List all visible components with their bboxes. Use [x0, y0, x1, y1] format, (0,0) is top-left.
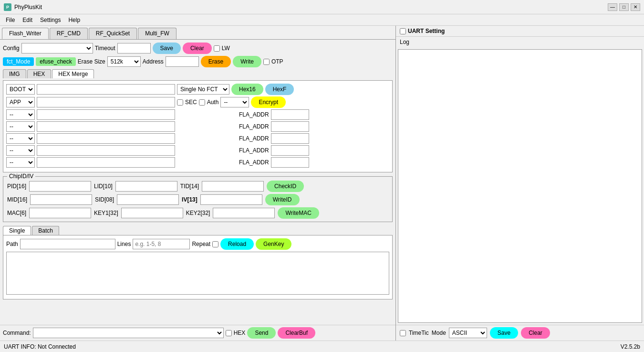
batch-path-row: Path Lines Repeat Reload GenKey: [6, 238, 389, 250]
hex-checkbox[interactable]: [226, 330, 232, 336]
otp-checkbox[interactable]: [263, 59, 270, 65]
maximize-btn[interactable]: □: [619, 3, 629, 11]
app-dropdown[interactable]: --: [220, 97, 249, 107]
repeat-checkbox[interactable]: [212, 241, 218, 247]
save-button[interactable]: Save: [153, 43, 181, 54]
command-label: Command:: [3, 330, 31, 336]
write-button[interactable]: Write: [233, 56, 261, 67]
app-path-input[interactable]: 2/example/peripheral/gpio/bin/gpio_demo.…: [37, 97, 175, 107]
menu-edit[interactable]: Edit: [19, 16, 36, 24]
fla1-type[interactable]: --: [6, 109, 35, 120]
hex-label: HEX: [234, 330, 246, 336]
tab-rf-cmd[interactable]: RF_CMD: [50, 28, 88, 39]
fla2-path[interactable]: [37, 121, 175, 132]
writemac-button[interactable]: WriteMAC: [278, 207, 319, 219]
sid-input[interactable]: [117, 194, 179, 205]
sub-tab-hex-merge[interactable]: HEX Merge: [52, 69, 94, 78]
fla4-value[interactable]: [271, 145, 309, 156]
menu-help[interactable]: Help: [64, 16, 84, 24]
chipid-row2: MID[16] SID[08] IV[13] WriteID: [7, 193, 388, 206]
key1-label: KEY1[32]: [94, 210, 118, 216]
lid-label: LID[10]: [94, 183, 113, 190]
lw-label: LW: [222, 45, 230, 52]
iv13-input[interactable]: [200, 194, 262, 205]
tab-flash-writer[interactable]: Flash_Writer: [2, 28, 49, 39]
app-type-select[interactable]: APP BOOT --: [6, 97, 35, 107]
erase-button[interactable]: Erase: [201, 56, 231, 67]
mid-input[interactable]: [30, 194, 92, 205]
fla-row-3: -- FLA_ADDR: [6, 133, 389, 144]
auth-checkbox[interactable]: [199, 99, 205, 106]
fla3-type[interactable]: --: [6, 133, 35, 144]
sid-label: SID[08]: [95, 196, 114, 203]
uart-enable-checkbox[interactable]: [400, 28, 406, 34]
fla2-type[interactable]: --: [6, 121, 35, 132]
mode-label: Mode: [432, 330, 446, 336]
batch-textarea[interactable]: [6, 252, 389, 295]
send-button[interactable]: Send: [247, 327, 276, 339]
checkid-button[interactable]: CheckID: [267, 181, 304, 192]
toolbar-row: Config Timeout 4000 Save Clear LW: [3, 43, 393, 54]
efuse-check-tag[interactable]: efuse_check: [36, 57, 75, 66]
command-input[interactable]: [33, 328, 224, 338]
boot-type-select[interactable]: BOOT APP --: [6, 84, 35, 95]
fla1-value[interactable]: [271, 109, 309, 120]
fla-row-5: -- FLA_ADDR: [6, 157, 389, 168]
fla3-label: FLA_ADDR: [239, 135, 269, 142]
fla4-path[interactable]: [37, 145, 175, 156]
tab-rf-quickset[interactable]: RF_QuickSet: [89, 28, 137, 39]
writeid-button[interactable]: WriteID: [265, 194, 300, 205]
address-label: Address: [143, 58, 164, 65]
key2-input[interactable]: [213, 208, 275, 218]
left-panel: Flash_Writer RF_CMD RF_QuickSet Multi_FW…: [0, 26, 396, 341]
fla1-path[interactable]: [37, 109, 175, 120]
uart-log-area: [398, 49, 642, 323]
mac-input[interactable]: [29, 208, 91, 218]
boot-path-input[interactable]: 2/example/OTA/OTA_internal_flash/bin/ota…: [37, 84, 175, 95]
fla5-type[interactable]: --: [6, 157, 35, 168]
uart-save-button[interactable]: Save: [490, 327, 518, 339]
fla5-path[interactable]: [37, 157, 175, 168]
mode-select[interactable]: ASCII HEX: [449, 328, 487, 338]
fct-mode-tag[interactable]: fct_Mode: [3, 57, 34, 66]
timeout-input[interactable]: 4000: [117, 43, 151, 53]
fla3-path[interactable]: [37, 133, 175, 144]
fla2-value[interactable]: [271, 121, 309, 132]
app-icon: P: [4, 3, 11, 11]
boot-mode-select[interactable]: Single No FCT Single FCT Dual: [177, 84, 229, 95]
tid-input[interactable]: [202, 181, 264, 192]
menu-file[interactable]: File: [2, 16, 19, 24]
key1-input[interactable]: [121, 208, 183, 218]
address-input[interactable]: [166, 56, 199, 67]
menu-settings[interactable]: Settings: [36, 16, 64, 24]
tab-batch[interactable]: Batch: [32, 226, 59, 235]
encrypt-button[interactable]: Encrypt: [251, 96, 286, 108]
fla4-type[interactable]: --: [6, 145, 35, 156]
batch-tabs: Single Batch: [3, 226, 393, 235]
tab-multi-fw[interactable]: Multi_FW: [138, 28, 177, 39]
lid-input[interactable]: [115, 181, 177, 192]
minimize-btn[interactable]: —: [608, 3, 617, 11]
lw-checkbox[interactable]: [214, 45, 220, 52]
sec-checkbox[interactable]: [177, 99, 183, 106]
lines-input[interactable]: [133, 239, 190, 249]
hexf-button[interactable]: HexF: [265, 84, 294, 95]
menu-bar: File Edit Settings Help: [0, 14, 644, 26]
clearbuf-button[interactable]: ClearBuf: [278, 327, 315, 339]
reload-button[interactable]: Reload: [220, 238, 254, 250]
fla3-value[interactable]: [271, 133, 309, 144]
hex16-button[interactable]: Hex16: [231, 84, 263, 95]
tab-single[interactable]: Single: [3, 226, 31, 235]
sub-tab-img[interactable]: IMG: [3, 69, 26, 78]
pid-input[interactable]: [29, 181, 91, 192]
time-tic-checkbox[interactable]: [400, 330, 406, 336]
sub-tab-hex[interactable]: HEX: [27, 69, 52, 78]
uart-clear-button[interactable]: Clear: [521, 327, 550, 339]
genkey-button[interactable]: GenKey: [256, 238, 291, 250]
path-input[interactable]: [20, 239, 115, 249]
config-select[interactable]: [21, 43, 93, 53]
clear-button[interactable]: Clear: [183, 43, 212, 54]
erase-size-select[interactable]: 512k 256k 1M: [107, 56, 141, 67]
fla5-value[interactable]: [271, 157, 309, 168]
close-btn[interactable]: ✕: [631, 3, 640, 11]
